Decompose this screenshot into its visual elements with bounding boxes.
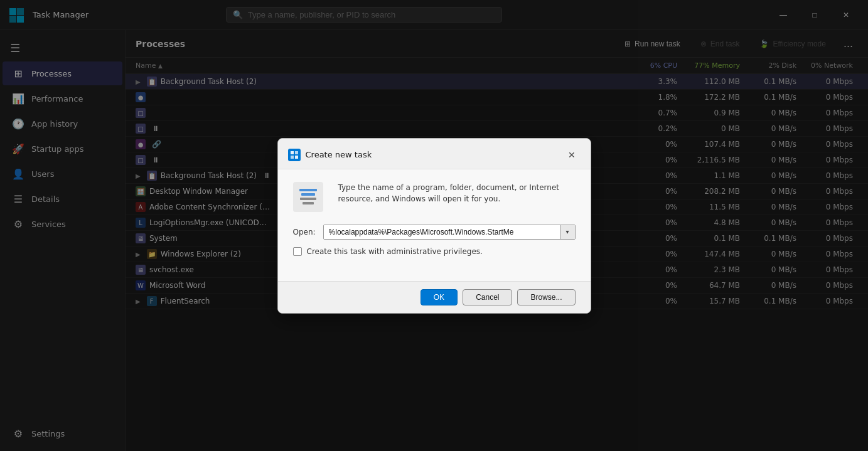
ok-button[interactable]: OK [421,289,458,305]
dialog-close-button[interactable]: ✕ [563,146,581,164]
open-input[interactable] [324,225,560,239]
dialog-open-row: Open: ▾ [293,225,576,240]
dialog-input-combo: ▾ [323,225,576,240]
dialog-title-text: Create new task [306,150,372,159]
admin-privileges-label: Create this task with administrative pri… [307,247,483,256]
dialog-title-icon [288,149,301,161]
dialog-checkbox-row: Create this task with administrative pri… [293,247,576,256]
cancel-button[interactable]: Cancel [463,289,512,305]
dialog-footer: OK Cancel Browse... [278,281,591,313]
dialog-overlay: Create new task ✕ Type the name of a pro… [0,0,868,451]
svg-rect-7 [295,156,298,159]
svg-rect-6 [291,156,294,159]
browse-button[interactable]: Browse... [517,289,575,305]
dialog-titlebar: Create new task ✕ [278,139,591,169]
svg-rect-4 [291,151,294,154]
dialog-description-text: Type the name of a program, folder, docu… [338,182,576,204]
svg-rect-5 [295,151,298,154]
admin-privileges-checkbox[interactable] [293,247,302,256]
create-new-task-dialog: Create new task ✕ Type the name of a pro… [277,138,591,314]
dialog-body: Type the name of a program, folder, docu… [278,169,591,281]
dialog-computer-icon [293,182,323,212]
dropdown-button[interactable]: ▾ [560,225,575,239]
open-label: Open: [293,228,316,236]
